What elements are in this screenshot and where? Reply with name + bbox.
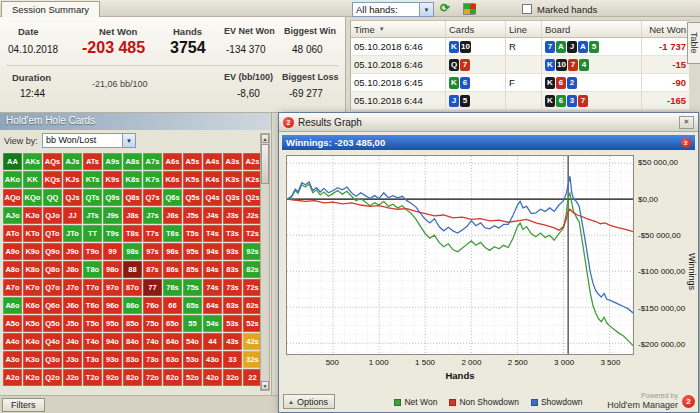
hand-cell-55[interactable]: 55 bbox=[183, 315, 202, 332]
hand-cell-T7o[interactable]: T7o bbox=[83, 279, 102, 296]
hand-cell-A9s[interactable]: A9s bbox=[103, 153, 122, 170]
hand-cell-A6s[interactable]: A6s bbox=[163, 153, 182, 170]
hand-cell-A9o[interactable]: A9o bbox=[3, 243, 22, 260]
hand-cell-T4o[interactable]: T4o bbox=[83, 333, 102, 350]
refresh-icon[interactable]: ⟳ bbox=[440, 1, 450, 15]
hand-cell-88[interactable]: 88 bbox=[123, 261, 142, 278]
hand-cell-98o[interactable]: 98o bbox=[103, 261, 122, 278]
hand-cell-QTo[interactable]: QTo bbox=[43, 225, 62, 242]
hand-cell-92o[interactable]: 92o bbox=[103, 369, 122, 386]
hand-cell-T4s[interactable]: T4s bbox=[203, 225, 222, 242]
hand-cell-A3o[interactable]: A3o bbox=[3, 351, 22, 368]
hand-cell-Q9s[interactable]: Q9s bbox=[103, 189, 122, 206]
hand-cell-43o[interactable]: 43o bbox=[203, 351, 222, 368]
hand-cell-97s[interactable]: 97s bbox=[143, 243, 162, 260]
hand-cell-95s[interactable]: 95s bbox=[183, 243, 202, 260]
hand-cell-ATo[interactable]: ATo bbox=[3, 225, 22, 242]
hand-cell-96o[interactable]: 96o bbox=[103, 297, 122, 314]
hand-cell-KK[interactable]: KK bbox=[23, 171, 42, 188]
hand-cell-96s[interactable]: 96s bbox=[163, 243, 182, 260]
hand-cell-AKo[interactable]: AKo bbox=[3, 171, 22, 188]
hand-cell-T5s[interactable]: T5s bbox=[183, 225, 202, 242]
hand-cell-T3s[interactable]: T3s bbox=[223, 225, 242, 242]
column-header-time[interactable]: Time▼ bbox=[351, 21, 446, 37]
hand-cell-83o[interactable]: 83o bbox=[123, 351, 142, 368]
hand-cell-62o[interactable]: 62o bbox=[163, 369, 182, 386]
hand-cell-J6s[interactable]: J6s bbox=[163, 207, 182, 224]
hand-cell-KQo[interactable]: KQo bbox=[23, 189, 42, 206]
hand-grid-icon[interactable] bbox=[463, 3, 475, 15]
hand-cell-J4o[interactable]: J4o bbox=[63, 333, 82, 350]
hand-cell-T9s[interactable]: T9s bbox=[103, 225, 122, 242]
hand-cell-76o[interactable]: 76o bbox=[143, 297, 162, 314]
hand-cell-Q5s[interactable]: Q5s bbox=[183, 189, 202, 206]
chevron-down-icon[interactable]: ▼ bbox=[122, 134, 135, 147]
hand-cell-66[interactable]: 66 bbox=[163, 297, 182, 314]
hand-cell-53o[interactable]: 53o bbox=[183, 351, 202, 368]
hand-cell-T6o[interactable]: T6o bbox=[83, 297, 102, 314]
hand-cell-K7s[interactable]: K7s bbox=[143, 171, 162, 188]
hand-cell-54s[interactable]: 54s bbox=[203, 315, 222, 332]
hand-cell-A8s[interactable]: A8s bbox=[123, 153, 142, 170]
hand-cell-K3s[interactable]: K3s bbox=[223, 171, 242, 188]
column-header-cards[interactable]: Cards bbox=[446, 21, 506, 37]
hand-cell-64s[interactable]: 64s bbox=[203, 297, 222, 314]
hand-cell-T2o[interactable]: T2o bbox=[83, 369, 102, 386]
tab-session-summary[interactable]: Session Summary bbox=[1, 1, 100, 17]
hand-cell-33[interactable]: 33 bbox=[223, 351, 242, 368]
hand-cell-Q7o[interactable]: Q7o bbox=[43, 279, 62, 296]
hand-cell-K5s[interactable]: K5s bbox=[183, 171, 202, 188]
hand-cell-74o[interactable]: 74o bbox=[143, 333, 162, 350]
hand-cell-94s[interactable]: 94s bbox=[203, 243, 222, 260]
hand-cell-T8s[interactable]: T8s bbox=[123, 225, 142, 242]
filters-button[interactable]: Filters bbox=[2, 398, 45, 412]
hand-cell-QJs[interactable]: QJs bbox=[63, 189, 82, 206]
scroll-thumb[interactable] bbox=[261, 144, 269, 184]
hand-cell-KJo[interactable]: KJo bbox=[23, 207, 42, 224]
hand-cell-Q3o[interactable]: Q3o bbox=[43, 351, 62, 368]
hand-cell-AJo[interactable]: AJo bbox=[3, 207, 22, 224]
hand-cell-JTs[interactable]: JTs bbox=[83, 207, 102, 224]
hand-cell-32o[interactable]: 32o bbox=[223, 369, 242, 386]
hand-cell-J2o[interactable]: J2o bbox=[63, 369, 82, 386]
hand-cell-QJo[interactable]: QJo bbox=[43, 207, 62, 224]
scroll-down-icon[interactable]: ▼ bbox=[261, 381, 269, 390]
hand-cell-AA[interactable]: AA bbox=[3, 153, 22, 170]
hand-cell-Q6o[interactable]: Q6o bbox=[43, 297, 62, 314]
hand-cell-Q2o[interactable]: Q2o bbox=[43, 369, 62, 386]
hand-cell-52o[interactable]: 52o bbox=[183, 369, 202, 386]
hand-cell-K4s[interactable]: K4s bbox=[203, 171, 222, 188]
hand-cell-65s[interactable]: 65s bbox=[183, 297, 202, 314]
hand-cell-A3s[interactable]: A3s bbox=[223, 153, 242, 170]
hand-cell-42o[interactable]: 42o bbox=[203, 369, 222, 386]
hand-cell-86s[interactable]: 86s bbox=[163, 261, 182, 278]
hand-cell-44[interactable]: 44 bbox=[203, 333, 222, 350]
hand-cell-74s[interactable]: 74s bbox=[203, 279, 222, 296]
hand-cell-T7s[interactable]: T7s bbox=[143, 225, 162, 242]
hand-cell-53s[interactable]: 53s bbox=[223, 315, 242, 332]
options-button[interactable]: ▲ Options bbox=[283, 394, 335, 409]
hand-cell-T6s[interactable]: T6s bbox=[163, 225, 182, 242]
hand-cell-A7o[interactable]: A7o bbox=[3, 279, 22, 296]
hand-cell-K9o[interactable]: K9o bbox=[23, 243, 42, 260]
hand-cell-J3o[interactable]: J3o bbox=[63, 351, 82, 368]
hand-cell-97o[interactable]: 97o bbox=[103, 279, 122, 296]
hand-cell-Q6s[interactable]: Q6s bbox=[163, 189, 182, 206]
hand-cell-A6o[interactable]: A6o bbox=[3, 297, 22, 314]
hand-cell-75s[interactable]: 75s bbox=[183, 279, 202, 296]
hand-cell-Q3s[interactable]: Q3s bbox=[223, 189, 242, 206]
table-row[interactable]: 05.10.2018 6:44J5K637-165 bbox=[351, 92, 690, 110]
hand-cell-A4s[interactable]: A4s bbox=[203, 153, 222, 170]
hand-cell-J6o[interactable]: J6o bbox=[63, 297, 82, 314]
hand-cell-KTo[interactable]: KTo bbox=[23, 225, 42, 242]
hand-cell-KQs[interactable]: KQs bbox=[43, 171, 62, 188]
hand-cell-A5o[interactable]: A5o bbox=[3, 315, 22, 332]
hand-cell-75o[interactable]: 75o bbox=[143, 315, 162, 332]
tab-table-vertical[interactable]: Table bbox=[687, 22, 700, 64]
hand-cell-A7s[interactable]: A7s bbox=[143, 153, 162, 170]
hand-cell-A2o[interactable]: A2o bbox=[3, 369, 22, 386]
hand-cell-73s[interactable]: 73s bbox=[223, 279, 242, 296]
close-icon[interactable]: ✕ bbox=[679, 116, 694, 129]
hand-cell-TT[interactable]: TT bbox=[83, 225, 102, 242]
scroll-up-icon[interactable]: ▲ bbox=[261, 134, 269, 143]
